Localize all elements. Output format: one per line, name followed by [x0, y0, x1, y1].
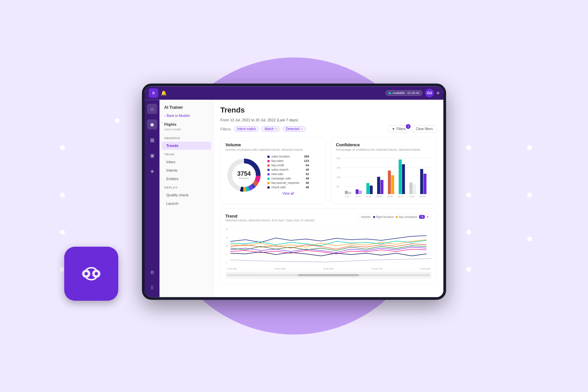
app-logo: it	[149, 88, 158, 98]
decoration-dot	[466, 145, 471, 150]
sidebar-item-quality-check[interactable]: Quality check	[162, 191, 211, 199]
x-axis-labels: 4:00 AM 10:00 AM 8:00 PM 10:00 PM 5:00 A…	[225, 267, 432, 270]
intents-selector[interactable]: Intents: flight.location faq.complaint +…	[358, 214, 432, 220]
sidebar-section-train: TRAIN	[160, 150, 213, 157]
svg-text:72-84: 72-84	[409, 195, 414, 197]
svg-point-2	[84, 272, 88, 275]
date-range: From 13 Jul, 2021 to 20 Jul, 2022 (Last …	[220, 118, 437, 122]
decoration-dot	[466, 193, 471, 197]
intent-dot	[396, 216, 398, 218]
chart-scrollbar[interactable]	[225, 272, 432, 278]
top-bar: it 🔔 Available 01:25:43 GO ≡	[145, 86, 443, 100]
chevron-down-icon[interactable]: ▾	[427, 215, 428, 219]
svg-text:150: 150	[337, 166, 341, 169]
legend-item: faq.sales 123	[267, 159, 309, 163]
decoration-dot	[60, 193, 65, 197]
legend-item: campaign.sale 48	[267, 177, 309, 180]
legend-dot	[267, 182, 270, 184]
svg-text:5: 5	[226, 253, 227, 256]
back-to-models-link[interactable]: ‹ Back to Models	[160, 113, 213, 119]
legend-dot	[267, 164, 270, 167]
svg-text:100: 100	[337, 176, 341, 179]
sidebar-section-deploy: DEPLOY	[160, 183, 213, 191]
menu-icon[interactable]: ≡	[437, 90, 439, 96]
intents-label: Intents:	[361, 215, 371, 219]
volume-legend: sales.location 389 faq.sales 123	[267, 155, 309, 189]
donut-label: Phrases	[237, 177, 251, 180]
icon-bar-book[interactable]: ▣	[147, 150, 157, 161]
volume-chart-card: Volume Number of phrases with matched in…	[220, 137, 326, 204]
donut-area: 3754 Phrases sales.location 389	[225, 155, 321, 195]
legend-dot	[267, 186, 270, 189]
svg-text:20: 20	[226, 228, 228, 230]
sidebar-item-trends[interactable]: Trends	[162, 142, 211, 150]
intent-tag-faq-complaint: faq.complaint	[396, 215, 417, 219]
bell-icon[interactable]: 🔔	[161, 90, 167, 96]
legend-item: sales.location 389	[267, 155, 309, 158]
decoration-dot	[60, 145, 65, 150]
filter-tag-intent-match[interactable]: Intent match	[234, 126, 259, 132]
view-all-link[interactable]: View all	[267, 192, 309, 195]
sidebar-item-launch[interactable]: Launch	[162, 199, 211, 207]
svg-rect-26	[366, 183, 369, 194]
sidebar: AI Trainer ‹ Back to Models Flights Inte…	[160, 100, 214, 297]
page-title: Trends	[220, 106, 437, 115]
sidebar-header: AI Trainer	[160, 103, 213, 113]
icon-bar-dots[interactable]: ⠿	[147, 283, 157, 293]
svg-rect-33	[402, 164, 405, 194]
filter-tag-detected-close[interactable]: ×	[301, 127, 303, 131]
decoration-dot	[466, 267, 471, 272]
scrollbar-thumb[interactable]	[298, 274, 359, 276]
sidebar-item-inbox[interactable]: Inbox	[162, 158, 211, 166]
decoration-dot	[527, 145, 532, 150]
svg-rect-28	[377, 177, 380, 194]
svg-text:34-36: 34-36	[366, 195, 371, 197]
trend-subtitle: Matched intents, detected intents, from …	[225, 219, 314, 222]
svg-rect-25	[359, 191, 362, 194]
icon-bar-chart[interactable]: ▦	[147, 135, 157, 145]
go-button[interactable]: GO	[425, 89, 434, 97]
filter-tag-match[interactable]: Match ×	[262, 126, 280, 132]
decoration-dot	[60, 230, 65, 235]
icon-bar-gear[interactable]: ⚙	[147, 267, 157, 277]
legend-item: check.sale 48	[267, 186, 309, 189]
legend-item: new.sale 52	[267, 172, 309, 176]
icon-bar-brain[interactable]: ◉	[147, 119, 157, 129]
legend-dot	[267, 155, 270, 158]
filters-button[interactable]: ▼ Filters 2	[388, 125, 409, 132]
donut-center: 3754 Phrases	[237, 171, 251, 180]
legend-item: sales.search 40	[267, 168, 309, 171]
confidence-chart-title: Confidence	[336, 142, 432, 147]
donut-total: 3754	[237, 171, 251, 177]
decoration-dot	[527, 237, 532, 241]
top-bar-right: Available 01:25:43 GO ≡	[386, 89, 439, 97]
legend-dot	[267, 160, 270, 162]
clear-filters-button[interactable]: Clear filters	[412, 125, 437, 132]
charts-row: Volume Number of phrases with matched in…	[220, 137, 437, 204]
icon-bar: ⌂ ◉ ▦ ▣ ◈ ⚙ ⠿	[145, 100, 160, 297]
back-arrow-icon: ‹	[164, 114, 165, 118]
filters-label: Filters:	[220, 127, 231, 131]
svg-text:10: 10	[226, 245, 228, 247]
decoration-dot	[466, 230, 471, 235]
icon-bar-home[interactable]: ⌂	[147, 104, 157, 114]
intent-tag-flight-location: flight.location	[373, 215, 394, 219]
filter-icon: ▼	[392, 127, 395, 131]
sidebar-item-entities[interactable]: Entities	[162, 175, 211, 183]
donut-chart: 3754 Phrases	[225, 156, 263, 194]
status-badge[interactable]: Available 01:25:43	[386, 90, 422, 96]
legend-dot	[267, 173, 270, 175]
svg-rect-32	[399, 160, 402, 194]
volume-chart-title: Volume	[225, 142, 321, 147]
sidebar-item-intents[interactable]: Intents	[162, 166, 211, 174]
filters-bar: Filters: Intent match Match × Detected ×…	[220, 125, 437, 132]
filter-tag-detected[interactable]: Detected ×	[283, 126, 306, 132]
icon-bar-shield[interactable]: ◈	[147, 166, 157, 176]
svg-rect-31	[391, 175, 394, 194]
filter-tag-match-close[interactable]: ×	[275, 127, 277, 131]
svg-rect-34	[410, 182, 413, 194]
svg-point-3	[95, 272, 98, 275]
svg-text:15: 15	[226, 236, 228, 239]
project-name: Flights	[160, 121, 213, 128]
legend-dot	[267, 169, 270, 171]
